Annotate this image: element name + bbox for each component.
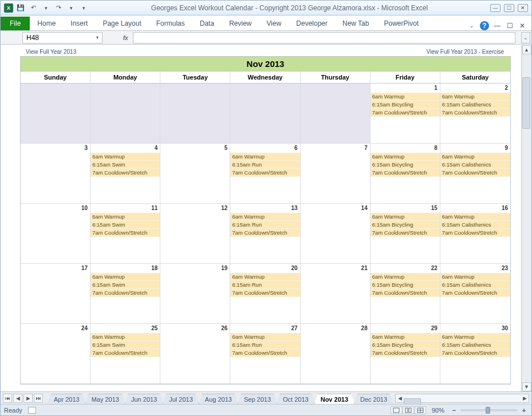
calendar-event[interactable]: 6am Warmup [371, 273, 440, 281]
ribbon-tab-home[interactable]: Home [30, 17, 63, 30]
calendar-event[interactable]: 6:15am Bicycling [371, 341, 440, 349]
sheet-tab[interactable]: Aug 2013 [199, 394, 238, 404]
calendar-cell[interactable]: 226am Warmup6:15am Bicycling7am Cooldown… [371, 264, 440, 324]
calendar-event[interactable]: 7am Cooldown/Stretch [440, 109, 510, 117]
calendar-cell[interactable]: 19 [160, 264, 230, 324]
name-box-dropdown-icon[interactable]: ▾ [96, 35, 98, 40]
calendar-event[interactable]: 6:15am Calisthenics [440, 101, 510, 109]
horizontal-scrollbar[interactable]: ◀ ▶ [395, 394, 529, 403]
calendar-event[interactable]: 6am Warmup [440, 153, 510, 161]
calendar-event[interactable]: 6:15am Calisthenics [440, 161, 510, 169]
calendar-event[interactable]: 6:15am Run [230, 341, 300, 349]
calendar-cell[interactable]: 236am Warmup6:15am Calisthenics7am Coold… [440, 264, 510, 324]
page-break-view-icon[interactable] [415, 406, 426, 414]
calendar-event[interactable]: 7am Cooldown/Stretch [230, 229, 300, 237]
calendar-event[interactable]: 6am Warmup [440, 333, 510, 341]
calendar-event[interactable]: 7am Cooldown/Stretch [90, 169, 160, 177]
calendar-event[interactable]: 6am Warmup [90, 273, 160, 281]
calendar-event[interactable]: 6am Warmup [440, 273, 510, 281]
calendar-event[interactable]: 6am Warmup [230, 273, 300, 281]
undo-icon[interactable]: ↶ [28, 3, 38, 13]
calendar-cell[interactable]: 276am Warmup6:15am Run7am Cooldown/Stret… [230, 324, 300, 384]
calendar-event[interactable]: 6:15am Swim [90, 341, 160, 349]
calendar-cell[interactable]: 156am Warmup6:15am Bicycling7am Cooldown… [371, 204, 440, 264]
calendar-cell[interactable]: 256am Warmup6:15am Swim7am Cooldown/Stre… [90, 324, 160, 384]
sheet-tab[interactable]: Apr 2013 [48, 394, 86, 404]
calendar-cell[interactable]: 186am Warmup6:15am Swim7am Cooldown/Stre… [90, 264, 160, 324]
ribbon-tab-view[interactable]: View [259, 17, 289, 30]
scroll-down-icon[interactable]: ▼ [522, 382, 531, 391]
fx-icon[interactable]: fx [121, 34, 131, 41]
calendar-event[interactable]: 6:15am Bicycling [371, 221, 440, 229]
calendar-event[interactable]: 6:15am Run [230, 161, 300, 169]
calendar-event[interactable]: 6am Warmup [230, 213, 300, 221]
name-box[interactable]: H48 ▾ [22, 32, 103, 43]
hscroll-left-icon[interactable]: ◀ [396, 394, 404, 402]
sheet-content[interactable]: View Full Year 2013 View Full Year 2013 … [1, 45, 521, 391]
calendar-event[interactable]: 6:15am Calisthenics [440, 281, 510, 289]
calendar-event[interactable]: 6am Warmup [440, 213, 510, 221]
formula-bar-expand-icon[interactable]: ⌄ [521, 32, 530, 43]
sheet-tab[interactable]: Oct 2013 [277, 394, 315, 404]
sheet-nav-prev-icon[interactable]: ◀ [13, 394, 22, 403]
workbook-minimize-icon[interactable]: — [492, 21, 502, 30]
calendar-event[interactable]: 6:15am Run [230, 221, 300, 229]
calendar-cell[interactable]: 26am Warmup6:15am Calisthenics7am Cooldo… [440, 84, 510, 144]
zoom-percent[interactable]: 90% [432, 407, 444, 414]
calendar-cell[interactable]: 21 [301, 264, 371, 324]
sheet-tab[interactable]: Sep 2013 [238, 394, 277, 404]
zoom-slider[interactable]: − + [450, 407, 528, 414]
ribbon-tab-new-tab[interactable]: New Tab [335, 17, 376, 30]
close-button[interactable]: ✕ [518, 4, 528, 12]
calendar-cell[interactable]: 206am Warmup6:15am Run7am Cooldown/Stret… [230, 264, 300, 324]
calendar-event[interactable]: 7am Cooldown/Stretch [90, 229, 160, 237]
normal-view-icon[interactable] [391, 406, 402, 414]
calendar-event[interactable]: 6am Warmup [90, 333, 160, 341]
calendar-event[interactable]: 6am Warmup [371, 153, 440, 161]
calendar-cell-empty[interactable] [90, 84, 160, 144]
calendar-cell[interactable]: 10 [21, 204, 90, 264]
workbook-close-icon[interactable]: ✕ [518, 21, 527, 30]
calendar-event[interactable]: 6am Warmup [230, 153, 300, 161]
ribbon-tab-formulas[interactable]: Formulas [149, 17, 192, 30]
macro-record-icon[interactable] [28, 407, 36, 414]
calendar-cell[interactable]: 86am Warmup6:15am Bicycling7am Cooldown/… [371, 144, 440, 204]
calendar-cell[interactable]: 7 [301, 144, 371, 204]
hscroll-right-icon[interactable]: ▶ [521, 394, 529, 402]
calendar-cell[interactable]: 296am Warmup6:15am Bicycling7am Cooldown… [371, 324, 440, 384]
sheet-nav-first-icon[interactable]: ⏮ [3, 394, 12, 403]
calendar-event[interactable]: 7am Cooldown/Stretch [371, 169, 440, 177]
sheet-tab[interactable]: Dec 2013 [354, 394, 393, 404]
calendar-event[interactable]: 6:15am Swim [90, 281, 160, 289]
vscroll-thumb[interactable] [522, 77, 530, 129]
vertical-scrollbar[interactable]: ▲ ▼ [521, 45, 531, 391]
calendar-cell[interactable]: 16am Warmup6:15am Bicycling7am Cooldown/… [371, 84, 440, 144]
calendar-event[interactable]: 6:15am Calisthenics [440, 341, 510, 349]
ribbon-minimize-icon[interactable]: ⌄ [467, 21, 476, 30]
calendar-event[interactable]: 6am Warmup [371, 213, 440, 221]
calendar-event[interactable]: 7am Cooldown/Stretch [230, 169, 300, 177]
calendar-cell-empty[interactable] [301, 84, 371, 144]
calendar-event[interactable]: 6:15am Bicycling [371, 161, 440, 169]
zoom-out-icon[interactable]: − [450, 407, 458, 414]
sheet-nav-last-icon[interactable]: ⏭ [34, 394, 43, 403]
calendar-event[interactable]: 7am Cooldown/Stretch [371, 229, 440, 237]
calendar-cell[interactable]: 116am Warmup6:15am Swim7am Cooldown/Stre… [90, 204, 160, 264]
zoom-track[interactable] [460, 409, 518, 411]
calendar-event[interactable]: 7am Cooldown/Stretch [371, 289, 440, 297]
calendar-cell[interactable]: 24 [21, 324, 90, 384]
calendar-cell[interactable]: 14 [301, 204, 371, 264]
calendar-event[interactable]: 6am Warmup [90, 213, 160, 221]
calendar-event[interactable]: 6am Warmup [90, 153, 160, 161]
sheet-tab[interactable]: Jul 2013 [163, 394, 199, 404]
calendar-event[interactable]: 7am Cooldown/Stretch [440, 289, 510, 297]
calendar-event[interactable]: 6am Warmup [371, 93, 440, 101]
calendar-event[interactable]: 6am Warmup [440, 93, 510, 101]
sheet-tab[interactable]: Jun 2013 [125, 394, 163, 404]
redo-dropdown-icon[interactable]: ▾ [66, 3, 76, 13]
zoom-thumb[interactable] [486, 407, 490, 414]
help-icon[interactable]: ? [480, 21, 489, 30]
calendar-cell[interactable]: 17 [21, 264, 90, 324]
formula-input[interactable] [133, 32, 515, 43]
sheet-tab[interactable]: Nov 2013 [314, 394, 354, 404]
